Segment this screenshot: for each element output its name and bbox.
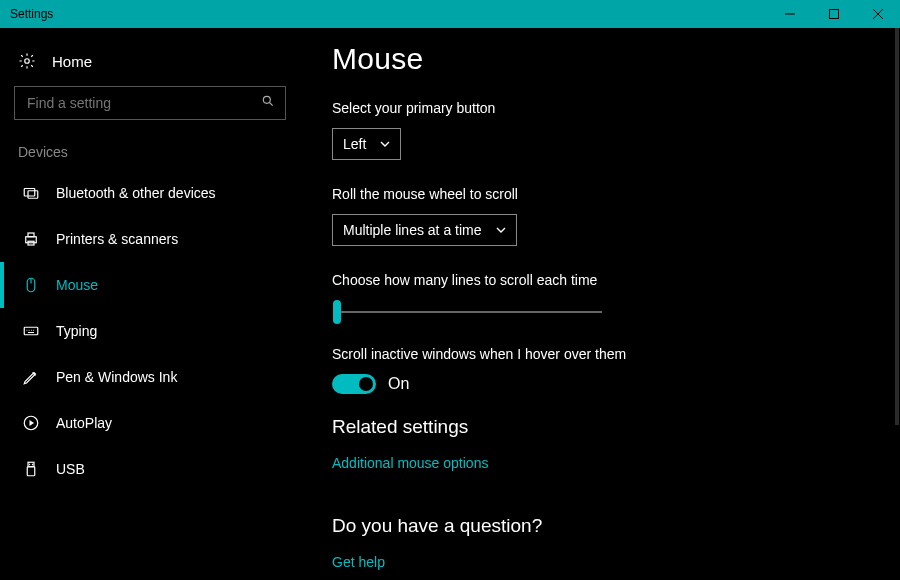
lines-slider[interactable] — [332, 300, 602, 324]
content-pane: Mouse Select your primary button Left Ro… — [300, 28, 900, 580]
inactive-toggle-state: On — [388, 375, 409, 393]
svg-rect-3 — [24, 189, 35, 197]
svg-rect-10 — [24, 327, 38, 335]
search-icon — [261, 94, 275, 112]
svg-rect-6 — [28, 233, 34, 237]
mouse-icon — [22, 276, 40, 294]
primary-button-value: Left — [343, 136, 366, 152]
home-label: Home — [52, 53, 92, 70]
svg-rect-4 — [28, 191, 38, 199]
get-help-link[interactable]: Get help — [332, 554, 385, 570]
chevron-down-icon — [380, 136, 390, 152]
chevron-down-icon — [496, 222, 506, 238]
gear-icon — [18, 52, 36, 70]
inactive-toggle[interactable] — [332, 374, 376, 394]
sidebar-item-bluetooth[interactable]: Bluetooth & other devices — [0, 170, 300, 216]
sidebar-item-usb[interactable]: USB — [0, 446, 300, 492]
sidebar-item-label: Printers & scanners — [56, 231, 178, 247]
roll-wheel-value: Multiple lines at a time — [343, 222, 482, 238]
inactive-label: Scroll inactive windows when I hover ove… — [332, 346, 880, 362]
usb-icon — [22, 460, 40, 478]
svg-point-1 — [25, 59, 30, 64]
sidebar-item-label: Mouse — [56, 277, 98, 293]
sidebar-item-autoplay[interactable]: AutoPlay — [0, 400, 300, 446]
devices-icon — [22, 184, 40, 202]
sidebar: Home Devices Bluetooth & other devices P… — [0, 28, 300, 580]
minimize-button[interactable] — [768, 0, 812, 28]
search-input[interactable] — [25, 94, 261, 112]
sidebar-item-label: AutoPlay — [56, 415, 112, 431]
sidebar-item-label: Pen & Windows Ink — [56, 369, 177, 385]
toggle-knob — [359, 377, 373, 391]
primary-button-label: Select your primary button — [332, 100, 880, 116]
svg-point-2 — [263, 96, 270, 103]
autoplay-icon — [22, 414, 40, 432]
related-settings-heading: Related settings — [332, 416, 880, 438]
svg-rect-5 — [26, 237, 37, 243]
home-nav[interactable]: Home — [0, 46, 300, 86]
slider-track — [337, 311, 602, 313]
roll-wheel-label: Roll the mouse wheel to scroll — [332, 186, 880, 202]
sidebar-item-mouse[interactable]: Mouse — [0, 262, 300, 308]
additional-mouse-options-link[interactable]: Additional mouse options — [332, 455, 488, 471]
sidebar-item-label: Typing — [56, 323, 97, 339]
window-titlebar: Settings — [0, 0, 900, 28]
sidebar-item-typing[interactable]: Typing — [0, 308, 300, 354]
slider-thumb[interactable] — [333, 300, 341, 324]
svg-rect-13 — [27, 467, 35, 476]
sidebar-item-printers[interactable]: Printers & scanners — [0, 216, 300, 262]
maximize-button[interactable] — [812, 0, 856, 28]
primary-button-select[interactable]: Left — [332, 128, 401, 160]
pen-icon — [22, 368, 40, 386]
nav-group-label: Devices — [0, 144, 300, 170]
search-box[interactable] — [14, 86, 286, 120]
printer-icon — [22, 230, 40, 248]
window-title: Settings — [10, 7, 53, 21]
lines-label: Choose how many lines to scroll each tim… — [332, 272, 880, 288]
close-button[interactable] — [856, 0, 900, 28]
scrollbar[interactable] — [895, 28, 899, 425]
keyboard-icon — [22, 322, 40, 340]
page-title: Mouse — [332, 42, 880, 76]
svg-rect-0 — [830, 10, 839, 19]
window-controls — [768, 0, 900, 28]
roll-wheel-select[interactable]: Multiple lines at a time — [332, 214, 517, 246]
sidebar-item-label: Bluetooth & other devices — [56, 185, 216, 201]
sidebar-item-label: USB — [56, 461, 85, 477]
question-heading: Do you have a question? — [332, 515, 880, 537]
sidebar-item-pen[interactable]: Pen & Windows Ink — [0, 354, 300, 400]
